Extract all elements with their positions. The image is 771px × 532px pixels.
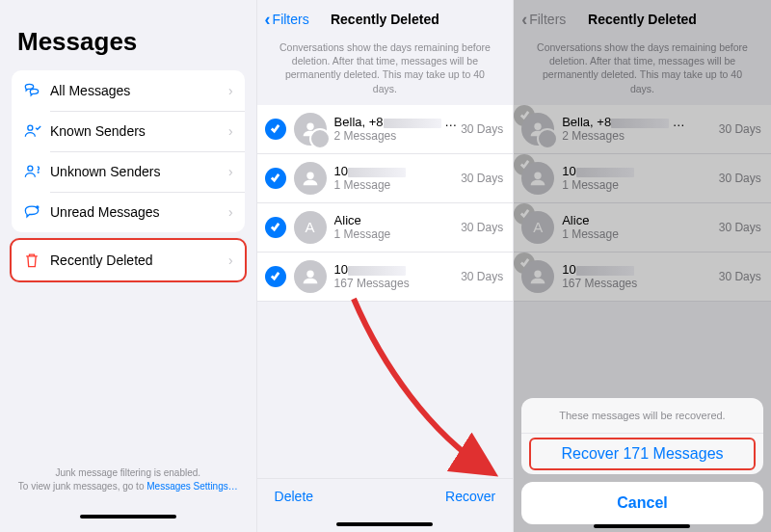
svg-point-0 [28, 125, 33, 130]
nav-title: Recently Deleted [331, 12, 439, 27]
filter-all-messages[interactable]: All Messages › [12, 70, 245, 111]
nav-bar: ‹Filters Recently Deleted [257, 0, 514, 35]
bottom-toolbar: Delete Recover [257, 478, 514, 513]
days-remaining: 30 Days [457, 270, 503, 283]
home-indicator [80, 515, 176, 519]
recover-button[interactable]: Recover [445, 489, 495, 504]
chevron-right-icon: › [228, 83, 233, 98]
filter-label: Recently Deleted [42, 253, 228, 268]
svg-point-3 [36, 205, 39, 208]
filter-label: Unknown Senders [42, 164, 228, 179]
chat-badge-icon [21, 201, 42, 223]
conversation-row[interactable]: 10 1 Message 30 Days [257, 154, 514, 203]
svg-point-2 [38, 172, 39, 173]
redacted-text [348, 168, 406, 177]
svg-point-6 [306, 270, 313, 277]
back-button[interactable]: ‹Filters [265, 11, 309, 28]
chevron-left-icon: ‹ [265, 11, 271, 28]
screen-recently-deleted-edit: ‹Filters Recently Deleted Conversations … [257, 0, 515, 532]
svg-point-4 [306, 122, 313, 129]
checkmark-selected-icon[interactable] [265, 217, 286, 238]
redacted-text [384, 119, 441, 128]
redacted-text [348, 266, 406, 276]
chevron-right-icon: › [228, 204, 233, 220]
person-check-icon [21, 120, 42, 142]
chevron-right-icon: › [228, 164, 233, 179]
trash-icon [21, 250, 42, 271]
filter-unknown-senders[interactable]: Unknown Senders › [12, 151, 245, 192]
messages-settings-link[interactable]: Messages Settings… [146, 481, 238, 492]
conversation-row[interactable]: A Alice 1 Message 30 Days [257, 203, 514, 253]
recover-messages-button[interactable]: Recover 171 Messages [521, 434, 763, 474]
chevron-right-icon: › [228, 253, 233, 268]
person-question-icon [21, 161, 42, 182]
sheet-message: These messages will be recovered. [521, 398, 763, 434]
avatar-group-icon [294, 113, 327, 146]
checkmark-selected-icon[interactable] [265, 266, 286, 287]
filter-unread-messages[interactable]: Unread Messages › [12, 192, 245, 232]
filter-list: All Messages › Known Senders › Unknown S… [12, 70, 245, 232]
days-remaining: 30 Days [457, 221, 503, 234]
svg-point-5 [306, 172, 313, 178]
conversation-row[interactable]: Bella, +8 … 2 Messages 30 Days [257, 105, 514, 154]
screen-messages-filters: Messages All Messages › Known Senders › [0, 0, 257, 532]
avatar-silhouette-icon [294, 260, 327, 293]
svg-point-1 [28, 166, 33, 171]
days-remaining: 30 Days [457, 122, 503, 136]
filter-known-senders[interactable]: Known Senders › [12, 111, 245, 151]
home-indicator [336, 522, 433, 526]
filter-label: Known Senders [42, 123, 228, 139]
filter-recently-deleted-highlighted[interactable]: Recently Deleted › [10, 238, 247, 282]
chevron-right-icon: › [228, 123, 233, 139]
home-indicator [594, 524, 690, 528]
checkmark-selected-icon[interactable] [265, 119, 286, 140]
delete-button[interactable]: Delete [275, 489, 313, 504]
info-text: Conversations show the days remaining be… [257, 35, 514, 105]
filter-label: All Messages [42, 83, 228, 98]
conversation-row[interactable]: 10 167 Messages 30 Days [257, 253, 514, 302]
bubbles-icon [21, 80, 42, 101]
cancel-button[interactable]: Cancel [521, 482, 763, 524]
action-sheet: These messages will be recovered. Recove… [521, 398, 763, 524]
days-remaining: 30 Days [457, 172, 503, 185]
junk-footer-text: Junk message filtering is enabled. To vi… [0, 466, 256, 493]
filter-label: Unread Messages [42, 204, 228, 220]
avatar-initial-icon: A [294, 211, 327, 244]
checkmark-selected-icon[interactable] [265, 168, 286, 189]
avatar-silhouette-icon [294, 162, 327, 195]
annotation-arrow-icon [344, 289, 508, 486]
screen-recover-confirm: ‹Filters Recently Deleted Conversations … [514, 0, 771, 532]
page-title: Messages [0, 0, 256, 70]
conversation-list: Bella, +8 … 2 Messages 30 Days 10 1 Mess… [257, 105, 514, 302]
